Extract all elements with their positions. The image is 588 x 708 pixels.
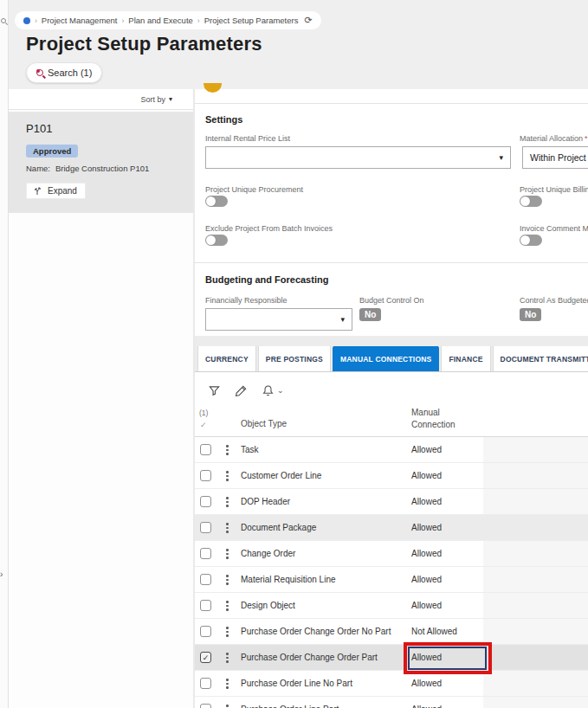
column-header-manual-connection[interactable]: Manual Connection [411, 407, 456, 431]
annotation-highlight [404, 642, 492, 674]
breadcrumb-item[interactable]: Project Management [42, 16, 118, 25]
table-row[interactable]: Purchase Order Change Order No PartNot A… [195, 619, 588, 645]
sort-by-control[interactable]: Sort by ▾ [9, 89, 193, 110]
cell-object-type[interactable]: Purchase Order Change Order No Part [241, 627, 391, 636]
row-checkbox[interactable] [200, 678, 211, 689]
tab-pre-postings[interactable]: PRE POSTINGS [258, 346, 331, 371]
row-checkbox[interactable] [200, 522, 211, 533]
financially-responsible-input[interactable]: ▾ [205, 308, 352, 331]
control-as-budgeted-badge: No [520, 308, 541, 321]
cell-manual-connection[interactable]: Allowed [411, 523, 442, 532]
row-checkbox[interactable] [200, 626, 211, 637]
home-dot-icon[interactable] [23, 17, 30, 24]
cell-object-type[interactable]: Purchase Order Change Order Part [241, 653, 378, 662]
project-name-value: Bridge Construction P101 [55, 164, 149, 173]
notifications-control[interactable]: ⌄ [262, 384, 284, 397]
expand-button[interactable]: Expand [26, 183, 86, 199]
row-checkbox[interactable] [200, 470, 211, 481]
project-unique-billing-toggle[interactable] [520, 196, 542, 207]
main-panel: Settings Internal Rental Price List ▾ Ma… [195, 89, 588, 708]
row-checkbox[interactable] [200, 548, 211, 559]
grid-header: (1) ✓ Object Type Manual Connection [195, 402, 588, 437]
collapsed-nav-rail[interactable]: › [0, 0, 9, 708]
project-unique-procurement-toggle[interactable] [205, 196, 228, 207]
row-checkbox[interactable] [200, 574, 211, 585]
tab-currency[interactable]: CURRENCY [197, 346, 256, 371]
cell-manual-connection[interactable]: Allowed [411, 549, 442, 558]
table-row[interactable]: ✓Purchase Order Change Order PartAllowed [195, 645, 588, 671]
row-checkbox[interactable] [200, 600, 211, 611]
row-filler [483, 593, 588, 618]
cell-manual-connection[interactable]: Allowed [411, 445, 442, 454]
dropdown-caret-icon[interactable]: ▾ [499, 153, 503, 162]
cell-object-type[interactable]: Customer Order Line [241, 471, 321, 480]
row-menu-kebab-icon[interactable] [226, 445, 229, 457]
row-filler [483, 567, 588, 592]
tab-document-transmittals[interactable]: DOCUMENT TRANSMITTALS [493, 346, 588, 371]
exclude-project-from-batch-invoices-toggle[interactable] [205, 235, 228, 246]
row-menu-kebab-icon[interactable] [226, 471, 229, 483]
column-header-object-type[interactable]: Object Type [241, 419, 287, 428]
project-unique-procurement-label: Project Unique Procurement [205, 185, 303, 194]
tab-finance[interactable]: FINANCE [441, 346, 490, 371]
row-menu-kebab-icon[interactable] [226, 523, 229, 535]
search-button[interactable]: Search (1) [26, 62, 102, 83]
cell-manual-connection[interactable]: Allowed [411, 679, 442, 688]
table-row[interactable]: Document PackageAllowed [195, 515, 588, 541]
table-row[interactable]: Material Requisition LineAllowed [195, 567, 588, 593]
table-row[interactable]: Customer Order LineAllowed [195, 463, 588, 489]
cell-object-type[interactable]: Purchase Order Line No Part [241, 679, 352, 688]
cell-manual-connection[interactable]: Not Allowed [411, 627, 457, 636]
table-row[interactable]: TaskAllowed [195, 437, 588, 463]
cell-object-type[interactable]: Material Requisition Line [241, 575, 336, 584]
table-row[interactable]: Purchase Order Line PartAllowed [195, 697, 588, 708]
row-checkbox[interactable]: ✓ [200, 652, 211, 663]
cell-manual-connection[interactable]: Allowed [411, 575, 442, 584]
refresh-icon[interactable]: ⟳ [304, 15, 312, 26]
project-name-label: Name: [26, 164, 50, 173]
row-menu-kebab-icon[interactable] [226, 705, 229, 708]
row-checkbox[interactable] [200, 444, 211, 455]
material-allocation-input[interactable]: Within Project [522, 146, 588, 169]
section-gap [195, 336, 588, 346]
budget-control-on-label: Budget Control On [359, 296, 424, 305]
cell-manual-connection[interactable]: Allowed [411, 471, 442, 480]
project-card[interactable]: P101 Approved Name:Bridge Construction P… [9, 112, 193, 213]
row-checkbox[interactable] [200, 496, 211, 507]
row-checkbox[interactable] [200, 704, 211, 708]
row-menu-kebab-icon[interactable] [226, 549, 229, 561]
row-menu-kebab-icon[interactable] [226, 575, 229, 587]
cell-object-type[interactable]: DOP Header [241, 497, 290, 506]
cell-object-type[interactable]: Purchase Order Line Part [241, 705, 339, 708]
dropdown-caret-icon[interactable]: ▾ [340, 315, 345, 324]
budgeting-heading: Budgeting and Forecasting [205, 274, 328, 285]
row-menu-kebab-icon[interactable] [226, 627, 229, 639]
row-menu-kebab-icon[interactable] [226, 601, 229, 613]
cell-manual-connection[interactable]: Allowed [411, 601, 442, 610]
cell-manual-connection[interactable]: Allowed [411, 705, 442, 708]
row-menu-kebab-icon[interactable] [226, 653, 229, 665]
tab-manual-connections[interactable]: MANUAL CONNECTIONS [333, 346, 439, 371]
table-row[interactable]: Change OrderAllowed [195, 541, 588, 567]
edit-pencil-icon[interactable] [235, 384, 248, 397]
cell-manual-connection[interactable]: Allowed [411, 497, 442, 506]
filter-icon[interactable] [208, 384, 221, 397]
cell-object-type[interactable]: Design Object [241, 601, 295, 610]
breadcrumb-item[interactable]: Project Setup Parameters [204, 16, 299, 25]
cell-object-type[interactable]: Task [241, 445, 259, 454]
breadcrumb-separator-icon: › [197, 16, 200, 25]
select-all-check-icon[interactable]: ✓ [200, 421, 207, 429]
row-menu-kebab-icon[interactable] [226, 497, 229, 509]
panel-expand-chevron-icon[interactable]: › [0, 570, 3, 579]
rail-search-icon[interactable] [1, 11, 7, 17]
table-row[interactable]: Design ObjectAllowed [195, 593, 588, 619]
row-menu-kebab-icon[interactable] [226, 679, 229, 691]
invoice-comment-mandatory-toggle[interactable] [520, 235, 542, 246]
table-row[interactable]: Purchase Order Line No PartAllowed [195, 671, 588, 697]
cell-object-type[interactable]: Change Order [241, 549, 295, 558]
cell-object-type[interactable]: Document Package [241, 523, 316, 532]
page-header: ›Project Management›Plan and Execute›Pro… [9, 0, 588, 89]
table-row[interactable]: DOP HeaderAllowed [195, 489, 588, 515]
breadcrumb-item[interactable]: Plan and Execute [128, 16, 192, 25]
internal-rental-price-list-input[interactable]: ▾ [205, 146, 511, 169]
